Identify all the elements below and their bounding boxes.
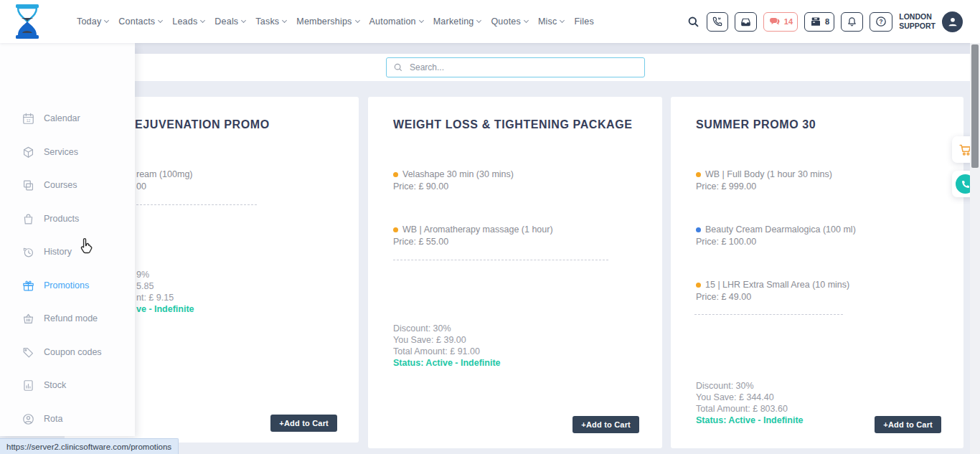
cube-icon <box>22 146 35 159</box>
till-count-badge: 8 <box>825 17 829 26</box>
chevron-down-icon <box>241 18 246 23</box>
chat-count-badge: 14 <box>784 17 793 26</box>
bullet-icon <box>393 227 398 232</box>
promo-totals: 9% 5.85 nt: £ 9.15 ve - Indefinite <box>136 269 194 315</box>
nav-today[interactable]: Today <box>77 16 108 27</box>
nav-quotes[interactable]: Quotes <box>491 16 528 27</box>
today-dropdown-menu: 12 Calendar Services Courses Products Hi… <box>0 43 135 436</box>
bullet-icon <box>696 227 701 232</box>
bell-icon <box>846 16 858 28</box>
promo-card-title: WEIGHT LOSS & TIGHTENING PACKAGE <box>393 118 633 131</box>
page-background-strip <box>0 43 980 54</box>
phone-icon <box>712 16 723 27</box>
bullet-icon <box>393 172 398 177</box>
search-icon <box>393 62 403 72</box>
nav-memberships[interactable]: Memberships <box>296 16 359 27</box>
promo-card-summer: SUMMER PROMO 30 WB | Full Body (1 hour 3… <box>671 97 963 448</box>
search-bar-strip <box>0 54 970 81</box>
nav-misc[interactable]: Misc <box>538 16 565 27</box>
svg-text:12: 12 <box>27 118 31 123</box>
chevron-down-icon <box>419 18 424 23</box>
nav-tasks[interactable]: Tasks <box>255 16 286 27</box>
dashed-divider <box>393 260 608 260</box>
status-badge: Status: Active - Indefinite <box>393 357 501 369</box>
promo-item: 15 | LHR Extra Small Area (10 mins) Pric… <box>696 279 849 303</box>
scrollbar-track[interactable] <box>970 43 980 454</box>
bullet-icon <box>696 283 701 288</box>
chevron-down-icon <box>476 18 481 23</box>
person-circle-icon <box>22 412 35 426</box>
chevron-down-icon <box>354 18 359 23</box>
sidebar-item-rota[interactable]: Rota <box>0 405 135 433</box>
inbox-icon <box>740 16 752 28</box>
chevron-down-icon <box>200 18 205 23</box>
promo-item: Beauty Cream Dearmalogica (100 ml) Price… <box>696 224 856 247</box>
calendar-icon: 12 <box>22 112 35 126</box>
phone-calls-button[interactable] <box>707 12 728 32</box>
status-badge: Status: Active - Indefinite <box>696 415 804 426</box>
add-to-cart-button[interactable]: +Add to Cart <box>573 416 639 433</box>
scrollbar-thumb[interactable] <box>971 44 979 168</box>
user-icon <box>946 14 960 29</box>
avatar[interactable] <box>942 11 963 32</box>
notifications-button[interactable] <box>841 12 863 32</box>
gift-icon <box>22 279 35 293</box>
history-clock-icon <box>22 245 35 259</box>
inbox-button[interactable] <box>735 12 757 32</box>
question-mark-icon: ? <box>875 15 887 28</box>
sidebar-item-refund-mode[interactable]: Refund mode <box>0 304 135 333</box>
nav-automation[interactable]: Automation <box>369 16 423 27</box>
top-navigation-bar: Today Contacts Leads Deals Tasks Members… <box>0 0 980 43</box>
nav-files[interactable]: Files <box>574 16 593 27</box>
promo-totals: Discount: 30% You Save: £ 39.00 Total Am… <box>393 323 501 369</box>
promo-card-weight-loss: WEIGHT LOSS & TIGHTENING PACKAGE Velasha… <box>368 97 662 448</box>
chat-messages-button[interactable]: 14 <box>763 12 798 32</box>
promo-item: WB | Full Body (1 hour 30 mins) Price: £… <box>696 169 832 192</box>
promo-totals: Discount: 30% You Save: £ 344.40 Total A… <box>696 380 804 426</box>
help-button[interactable]: ? <box>870 12 892 32</box>
add-to-cart-button[interactable]: +Add to Cart <box>270 415 337 432</box>
bullet-icon <box>696 172 701 177</box>
sidebar-item-products[interactable]: Products <box>0 204 135 233</box>
bag-icon <box>22 212 35 226</box>
nav-deals[interactable]: Deals <box>215 16 245 27</box>
promo-card-title: EJUVENATION PROMO <box>135 118 270 131</box>
promo-card-title: SUMMER PROMO 30 <box>696 118 816 131</box>
nav-leads[interactable]: Leads <box>172 16 204 27</box>
add-to-cart-button[interactable]: +Add to Cart <box>875 416 941 433</box>
clinicsoftware-logo-icon[interactable] <box>14 4 40 39</box>
status-badge: ve - Indefinite <box>136 303 194 315</box>
chevron-down-icon <box>158 18 163 23</box>
chevron-down-icon <box>104 18 109 23</box>
topbar-actions: 14 8 ? LONDON <box>687 0 963 43</box>
search-field-wrap <box>386 57 645 77</box>
chevron-down-icon <box>282 18 287 23</box>
nav-marketing[interactable]: Marketing <box>433 16 481 27</box>
till-icon <box>809 15 822 28</box>
sidebar-item-courses[interactable]: Courses <box>0 171 135 199</box>
main-nav: Today Contacts Leads Deals Tasks Members… <box>77 0 594 43</box>
account-name: LONDON SUPPORT <box>899 12 936 31</box>
sidebar-item-calendar[interactable]: 12 Calendar <box>0 104 135 133</box>
chevron-down-icon <box>524 18 529 23</box>
chevron-down-icon <box>560 18 565 23</box>
svg-text:?: ? <box>880 19 883 25</box>
search-icon[interactable] <box>687 15 700 29</box>
basket-icon <box>22 312 35 326</box>
stock-chart-icon <box>22 379 35 392</box>
dashed-divider <box>136 204 257 205</box>
promo-item: ream (100mg) 00 <box>136 169 193 192</box>
chat-bubbles-icon <box>768 16 781 27</box>
tag-icon <box>22 346 35 359</box>
sidebar-item-history[interactable]: History <box>0 237 135 266</box>
sidebar-item-promotions[interactable]: Promotions <box>0 271 135 300</box>
squares-icon <box>22 179 35 192</box>
search-input[interactable] <box>386 57 645 77</box>
promo-item: WB | Aromatherapy massage (1 hour) Price… <box>393 224 553 247</box>
nav-contacts[interactable]: Contacts <box>118 16 162 27</box>
sidebar-item-stock[interactable]: Stock <box>0 371 135 399</box>
till-button[interactable]: 8 <box>804 12 834 32</box>
promo-item: Velashape 30 min (30 mins) Price: £ 90.0… <box>393 169 514 192</box>
sidebar-item-coupon-codes[interactable]: Coupon codes <box>0 338 135 366</box>
sidebar-item-services[interactable]: Services <box>0 138 135 166</box>
